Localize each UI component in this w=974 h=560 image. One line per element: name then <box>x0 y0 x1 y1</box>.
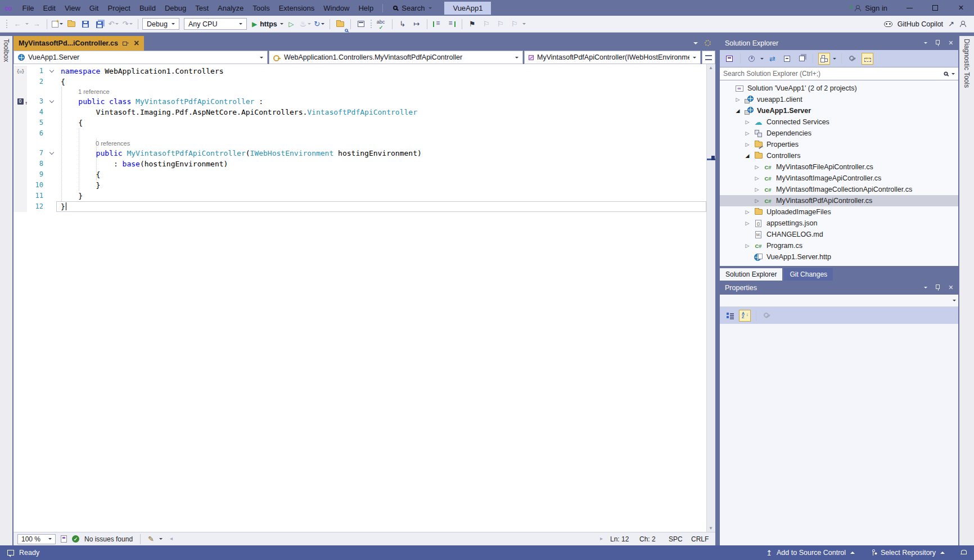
chevron-right-icon[interactable] <box>754 187 760 192</box>
menu-item-build[interactable]: Build <box>135 2 160 15</box>
close-icon[interactable] <box>134 39 139 48</box>
project-dropdown[interactable]: VueApp1.Server <box>13 51 268 64</box>
diagnostic-tools-autohide-tab[interactable]: Diagnostic Tools <box>959 36 974 545</box>
tree-item-program[interactable]: Program.cs <box>720 240 958 251</box>
tree-item-changelog[interactable]: CHANGELOG.md <box>720 229 958 240</box>
menu-item-window[interactable]: Window <box>319 2 354 15</box>
split-window-button[interactable] <box>702 51 715 64</box>
tree-item-appsettings[interactable]: appsettings.json <box>720 218 958 229</box>
codelens-references-link[interactable]: 1 reference <box>56 87 706 96</box>
pending-changes-filter-button[interactable] <box>746 53 757 65</box>
toggle-bookmark-button[interactable]: ⚑ <box>466 17 479 31</box>
line-ending-indicator[interactable]: CRLF <box>691 535 710 543</box>
menu-item-git[interactable]: Git <box>85 2 103 15</box>
close-button[interactable] <box>948 0 974 16</box>
code-surface[interactable]: 1 namespace WebApplication1.Controllers … <box>13 64 706 532</box>
pin-icon[interactable] <box>935 40 941 47</box>
copy-view-button[interactable] <box>796 53 808 65</box>
tree-item-pdf-api-controller[interactable]: MyVintasoftPdfApiController.cs <box>720 195 958 206</box>
document-status-icon[interactable] <box>61 535 67 543</box>
find-in-files-button[interactable] <box>334 17 346 31</box>
undo-button[interactable]: ↶ <box>107 17 120 31</box>
close-icon[interactable] <box>949 283 953 292</box>
chevron-down-icon[interactable] <box>952 73 955 75</box>
code-line[interactable]: 4 Vintasoft.Imaging.Pdf.AspNetCore.ApiCo… <box>13 107 706 118</box>
person-icon[interactable] <box>959 21 966 27</box>
tree-item-solution[interactable]: Solution 'VueApp1' (2 of 2 projects) <box>720 83 958 94</box>
tree-item-file-api-controller[interactable]: MyVintasoftFileApiController.cs <box>720 161 958 173</box>
code-line[interactable]: 6 <box>13 128 706 139</box>
document-tab[interactable]: MyVintasoftPd...iController.cs <box>13 36 144 51</box>
go-to-cursor-button[interactable]: ↳ <box>396 17 409 31</box>
solution-configuration-dropdown[interactable]: Debug <box>142 18 179 30</box>
tab-solution-explorer[interactable]: Solution Explorer <box>720 268 782 281</box>
sync-with-active-document-button[interactable] <box>766 53 778 65</box>
collapse-all-button[interactable] <box>781 53 793 65</box>
save-all-button[interactable] <box>93 17 106 31</box>
previous-bookmark-button[interactable]: ⚐ <box>480 17 493 31</box>
clear-bookmarks-button[interactable]: ⚐ <box>508 17 521 31</box>
categorized-button[interactable] <box>724 310 736 322</box>
chevron-right-icon[interactable] <box>745 220 750 226</box>
alphabetical-button[interactable]: AZ <box>739 310 751 322</box>
tree-item-image-collection-api-controller[interactable]: MyVintasoftImageCollectionApiController.… <box>720 184 958 195</box>
search-box[interactable]: Search <box>387 2 438 14</box>
code-line[interactable]: 3 public class MyVintasoftPdfApiControll… <box>13 96 706 107</box>
chevron-down-icon[interactable] <box>924 42 927 44</box>
code-cleanup-icon[interactable] <box>148 535 154 543</box>
notifications-bell-icon[interactable] <box>961 550 967 556</box>
chevron-right-icon[interactable] <box>745 209 750 215</box>
properties-object-dropdown[interactable] <box>720 295 958 307</box>
open-file-button[interactable] <box>65 17 78 31</box>
tree-item-dependencies[interactable]: Dependencies <box>720 128 958 139</box>
spell-checker-button[interactable] <box>376 17 388 31</box>
issues-status-label[interactable]: No issues found <box>84 535 133 543</box>
add-to-source-control-button[interactable]: Add to Source Control <box>766 549 855 557</box>
menu-item-tools[interactable]: Tools <box>248 2 274 15</box>
tree-item-vueapp1-client[interactable]: vueapp1.client <box>720 94 958 105</box>
redo-button[interactable]: ↷ <box>121 17 134 31</box>
chevron-down-icon[interactable] <box>924 287 927 288</box>
chevron-right-icon[interactable] <box>745 130 750 136</box>
chevron-right-icon[interactable] <box>745 119 750 125</box>
code-line[interactable]: 7 public MyVintasoftPdfApiController(IWe… <box>13 148 706 159</box>
tree-item-controllers[interactable]: Controllers <box>720 150 958 161</box>
active-solution-badge[interactable]: VueApp1 <box>444 2 491 15</box>
chevron-right-icon[interactable] <box>745 243 750 249</box>
tree-item-uploaded-image-files[interactable]: UploadedImageFiles <box>720 206 958 218</box>
decrease-indent-button[interactable] <box>431 17 444 31</box>
sign-in-button[interactable]: Sign in <box>840 4 896 12</box>
code-line[interactable]: 1 namespace WebApplication1.Controllers <box>13 66 706 76</box>
menu-item-test[interactable]: Test <box>191 2 213 15</box>
chevron-right-icon[interactable] <box>745 142 750 147</box>
tab-git-changes[interactable]: Git Changes <box>784 268 833 281</box>
fold-toggle[interactable] <box>47 148 56 159</box>
code-line[interactable]: 5 { <box>13 118 706 128</box>
chevron-expanded-icon[interactable] <box>745 153 750 159</box>
menu-item-analyze[interactable]: Analyze <box>213 2 248 15</box>
menu-item-file[interactable]: File <box>18 2 39 15</box>
chevron-right-icon[interactable] <box>754 164 760 170</box>
codelens-references-link[interactable]: 0 references <box>56 139 706 148</box>
show-all-files-toggle[interactable] <box>818 53 830 65</box>
switch-views-button[interactable] <box>723 53 735 65</box>
preview-selected-items-toggle[interactable] <box>862 53 873 65</box>
tree-item-vueapp1-server[interactable]: VueApp1.Server <box>720 105 958 116</box>
new-project-button[interactable] <box>51 17 64 31</box>
move-cursor-button[interactable]: ↦ <box>411 17 423 31</box>
chevron-down-icon[interactable] <box>760 58 764 60</box>
solution-explorer-header[interactable]: Solution Explorer <box>720 36 958 50</box>
tree-item-server-http[interactable]: VueApp1.Server.http <box>720 251 958 263</box>
fold-toggle[interactable] <box>47 96 56 107</box>
property-pages-button[interactable] <box>761 310 773 322</box>
menu-item-edit[interactable]: Edit <box>39 2 60 15</box>
tree-item-image-api-controller[interactable]: MyVintasoftImageApiController.cs <box>720 173 958 184</box>
chevron-down-icon[interactable] <box>833 58 836 60</box>
tree-item-connected-services[interactable]: Connected Services <box>720 116 958 128</box>
chevron-right-icon[interactable] <box>754 198 760 204</box>
minimize-button[interactable] <box>896 0 922 16</box>
close-icon[interactable] <box>949 39 953 47</box>
menu-item-help[interactable]: Help <box>354 2 378 15</box>
select-repository-button[interactable]: Select Repository <box>871 549 945 557</box>
chevron-right-icon[interactable] <box>735 97 741 102</box>
